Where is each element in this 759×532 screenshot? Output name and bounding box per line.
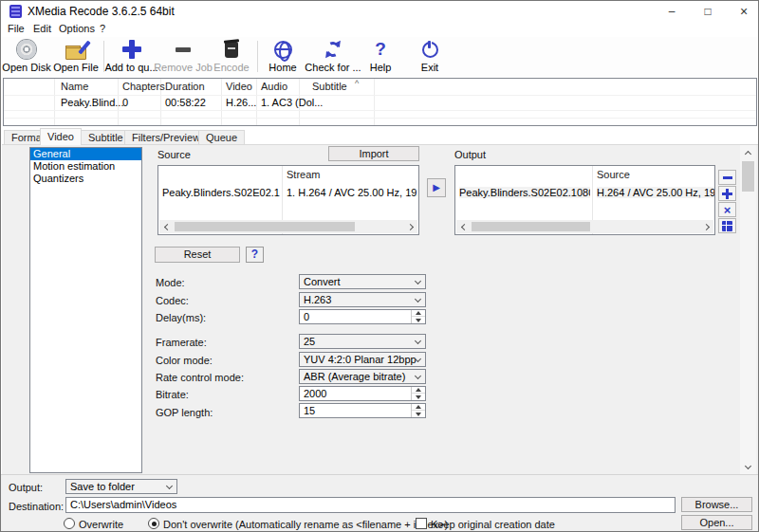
tab-subtitle[interactable]: Subtitle bbox=[81, 130, 131, 145]
column-header-audio[interactable]: Audio bbox=[261, 81, 287, 95]
window-title: XMedia Recode 3.6.2.5 64bit bbox=[28, 5, 175, 18]
column-header-duration[interactable]: Duration bbox=[165, 81, 205, 95]
colormode-select[interactable]: YUV 4:2:0 Planar 12bpp bbox=[299, 352, 426, 367]
folder-icon bbox=[65, 44, 87, 60]
toolbar-separator bbox=[257, 41, 258, 72]
open-file-button[interactable]: Open File bbox=[52, 38, 100, 75]
app-window: XMedia Recode 3.6.2.5 64bit – □ × File E… bbox=[0, 0, 759, 532]
job-list-table[interactable]: Name Chapters Duration Video Audio Subti… bbox=[3, 78, 757, 126]
output-hscrollbar[interactable] bbox=[456, 220, 713, 233]
output-stream-table[interactable]: Source Peaky.Blinders.S02E02.1080p.rus.L… bbox=[454, 165, 715, 235]
source-stream-table[interactable]: Stream Peaky.Blinders.S02E02.1080p.ru...… bbox=[157, 165, 419, 235]
list-item-motion-estimation[interactable]: Motion estimation bbox=[30, 160, 141, 173]
output-mode-select[interactable]: Save to folder bbox=[65, 479, 177, 494]
chevron-down-icon bbox=[415, 278, 421, 284]
spin-up-icon[interactable] bbox=[412, 387, 425, 394]
menu-edit[interactable]: Edit bbox=[33, 23, 51, 34]
encode-icon bbox=[225, 42, 238, 58]
import-button[interactable]: Import bbox=[328, 146, 419, 161]
spin-up-icon[interactable] bbox=[412, 310, 425, 317]
question-icon: ? bbox=[375, 39, 386, 60]
scroll-down-icon[interactable] bbox=[741, 460, 754, 473]
exit-button[interactable]: Exit bbox=[407, 38, 453, 75]
column-header-name[interactable]: Name bbox=[61, 81, 88, 95]
scroll-thumb[interactable] bbox=[472, 222, 590, 231]
delay-label: Delay(ms): bbox=[156, 312, 206, 323]
stream-delete-button[interactable]: × bbox=[718, 202, 736, 217]
column-header-subtitle[interactable]: Subtitle bbox=[312, 81, 347, 95]
dont-overwrite-radio[interactable] bbox=[148, 518, 159, 529]
open-button[interactable]: Open... bbox=[681, 515, 752, 530]
dont-overwrite-label[interactable]: Don't overwrite (Automatically rename as… bbox=[163, 519, 448, 530]
spin-down-icon[interactable] bbox=[412, 394, 425, 400]
disk-icon bbox=[16, 39, 37, 60]
list-item-general[interactable]: General bbox=[30, 148, 141, 160]
x-icon: × bbox=[724, 205, 731, 215]
list-item-quantizers[interactable]: Quantizers bbox=[30, 173, 141, 185]
overwrite-label[interactable]: Overwrite bbox=[79, 519, 123, 530]
scroll-up-icon[interactable] bbox=[741, 146, 754, 159]
tab-video[interactable]: Video bbox=[40, 128, 82, 145]
chevron-down-icon bbox=[415, 296, 421, 303]
stream-remove-button[interactable] bbox=[718, 170, 736, 185]
spin-up-icon[interactable] bbox=[412, 404, 425, 411]
scroll-thumb[interactable] bbox=[742, 161, 754, 192]
tab-queue[interactable]: Queue bbox=[198, 130, 245, 145]
help-button[interactable]: ? Help bbox=[361, 38, 400, 75]
keep-date-checkbox[interactable] bbox=[416, 518, 427, 529]
browse-button[interactable]: Browse... bbox=[681, 497, 752, 512]
delay-input[interactable]: 0 bbox=[299, 309, 426, 324]
column-header-video[interactable]: Video bbox=[226, 81, 252, 95]
menu-file[interactable]: File bbox=[8, 23, 25, 34]
menu-help[interactable]: ? bbox=[100, 23, 105, 34]
chevron-down-icon bbox=[415, 373, 421, 379]
reset-button[interactable]: Reset bbox=[155, 247, 240, 263]
destination-label: Destination: bbox=[9, 501, 64, 512]
scroll-right-icon[interactable] bbox=[404, 220, 417, 233]
menu-options[interactable]: Options bbox=[59, 23, 95, 34]
ratecontrol-select[interactable]: ABR (Average bitrate) bbox=[299, 369, 426, 384]
scroll-thumb[interactable] bbox=[175, 222, 355, 231]
plus-icon bbox=[122, 40, 141, 59]
check-updates-button[interactable]: Check for ... bbox=[305, 38, 361, 75]
mode-label: Mode: bbox=[156, 277, 185, 288]
spin-down-icon[interactable] bbox=[412, 411, 425, 417]
stream-grid-button[interactable] bbox=[718, 218, 736, 233]
scroll-left-icon[interactable] bbox=[456, 220, 470, 233]
panel-vscrollbar[interactable] bbox=[740, 145, 756, 474]
framerate-label: Framerate: bbox=[156, 337, 207, 348]
keep-date-label[interactable]: Keep original creation date bbox=[431, 519, 555, 530]
codec-help-button[interactable]: ? bbox=[246, 247, 264, 263]
add-to-queue-button[interactable]: Add to qu... bbox=[106, 38, 157, 75]
codec-select[interactable]: H.263 bbox=[299, 292, 426, 307]
source-stream-column[interactable]: Stream bbox=[287, 169, 320, 180]
open-disk-button[interactable]: Open Disk bbox=[3, 38, 50, 75]
source-stream-info: 1. H.264 / AVC 25.00 Hz, 1920 x 1080 bbox=[287, 187, 417, 198]
minus-icon bbox=[176, 47, 191, 52]
maximize-button[interactable]: □ bbox=[690, 1, 726, 22]
framerate-select[interactable]: 25 bbox=[299, 334, 426, 349]
power-icon bbox=[422, 42, 438, 58]
gop-length-input[interactable]: 15 bbox=[299, 403, 426, 418]
grid-icon bbox=[722, 221, 732, 231]
scroll-left-icon[interactable] bbox=[159, 220, 173, 233]
tab-filters-preview[interactable]: Filters/Preview bbox=[124, 130, 208, 145]
home-button[interactable]: Home bbox=[261, 38, 305, 75]
app-icon bbox=[9, 5, 22, 18]
bitrate-input[interactable]: 2000 bbox=[299, 386, 426, 401]
stream-add-button[interactable] bbox=[718, 186, 736, 201]
source-hscrollbar[interactable] bbox=[159, 220, 417, 233]
scroll-right-icon[interactable] bbox=[700, 220, 713, 233]
close-button[interactable]: × bbox=[726, 1, 759, 22]
overwrite-radio[interactable] bbox=[64, 518, 75, 529]
category-list[interactable]: General Motion estimation Quantizers bbox=[29, 147, 142, 473]
mode-select[interactable]: Convert bbox=[299, 274, 426, 289]
transfer-stream-button[interactable]: ▶ bbox=[427, 178, 446, 197]
minimize-button[interactable]: – bbox=[654, 1, 690, 22]
output-source-column[interactable]: Source bbox=[597, 169, 630, 180]
plus-icon bbox=[722, 189, 732, 199]
column-header-chapters[interactable]: Chapters bbox=[122, 81, 165, 95]
destination-input[interactable]: C:\Users\admin\Videos bbox=[65, 497, 676, 513]
cell-audio: 1. AC3 (Dol... bbox=[261, 97, 323, 111]
spin-down-icon[interactable] bbox=[412, 317, 425, 323]
